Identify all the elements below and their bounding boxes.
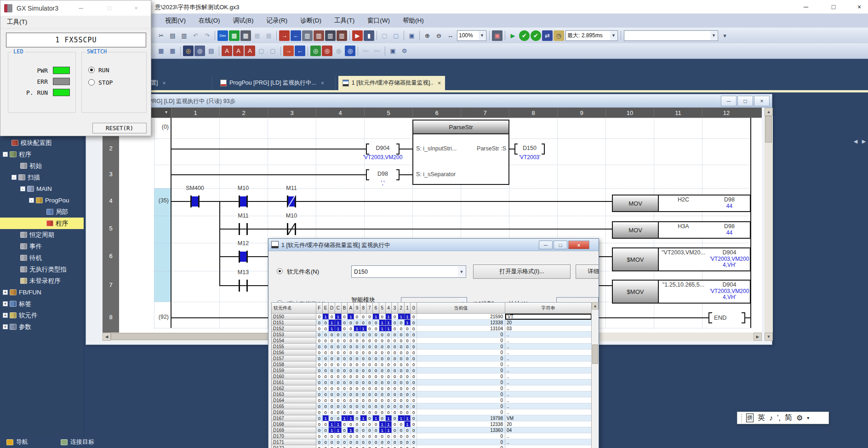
sidebar-item-程序[interactable]: -程序 (0, 149, 84, 160)
column-dropdown-icon[interactable]: ▾ (165, 109, 167, 115)
scroll-right-icon[interactable]: ▶ (754, 333, 762, 341)
tab-scroll-right-icon[interactable]: ▶ (860, 137, 868, 145)
sidebar-item-模块配置图[interactable]: 模块配置图 (0, 137, 84, 149)
check-program-icon[interactable]: ✔ (519, 30, 530, 41)
paste-icon[interactable]: ▥ (179, 30, 189, 41)
cut-icon[interactable]: ✂ (156, 30, 166, 41)
jump-back-icon[interactable]: ← (295, 46, 305, 56)
collapse-icon[interactable]: - (20, 186, 25, 191)
sidebar-item-MAIN[interactable]: -MAIN (0, 183, 84, 195)
instruction-$MOV[interactable]: $MOV"VT2003,VM20...D904'VT2003,VM2004,VH… (612, 247, 751, 271)
table-row-D170[interactable]: D17000000000000000000.. (272, 433, 592, 439)
scan-time-icon[interactable]: ◷ (554, 30, 564, 41)
table-row-D167[interactable]: D167010011010101011019798VM (272, 415, 592, 421)
ime-simplified-icon[interactable]: 简 (785, 413, 792, 423)
window-cascade-icon[interactable]: ▢ (379, 30, 390, 41)
table-row-D154[interactable]: D15400000000000000000.. (272, 338, 592, 344)
collapse-icon[interactable]: - (11, 175, 17, 180)
monitor-dialog-titlebar[interactable]: 1 [软元件/缓冲存储器批量监视] 监视执行中 ─ □ × (268, 239, 599, 251)
restore-icon[interactable]: □ (823, 0, 844, 14)
col-header-bit-D[interactable]: D (329, 303, 335, 314)
sidebar-item-扫描[interactable]: -扫描 (0, 172, 84, 183)
window-left-icon[interactable]: ▢ (256, 46, 267, 56)
capture-icon[interactable]: ▣ (406, 30, 417, 41)
contact-SM400[interactable] (190, 195, 192, 207)
table-row-D158[interactable]: D15800000000000000000.. (272, 362, 592, 368)
simulator-close-icon[interactable]: × (126, 0, 147, 16)
col-header-bit-C[interactable]: C (335, 303, 342, 314)
table-row-D172[interactable]: D17200000000000000000.. (272, 445, 592, 448)
sidebar-item-FB/FUN[interactable]: +FB/FUN (0, 287, 84, 298)
menu-item-2[interactable]: 调试(B) (227, 14, 260, 28)
tab-close-icon[interactable]: × (321, 80, 324, 86)
run-radio[interactable] (88, 67, 95, 73)
monitor-mode-icon[interactable]: ▣ (492, 30, 503, 41)
ghost-monitor2-icon[interactable]: ▦ (263, 30, 274, 41)
dock-icon[interactable]: ▣ (388, 46, 398, 56)
verify-plc-icon[interactable]: ▥ (302, 30, 313, 41)
check-parameter-icon[interactable]: ✔ (531, 30, 541, 41)
monitor-scroll-up-icon[interactable]: ▲ (592, 302, 599, 310)
contact-M12[interactable] (239, 251, 240, 263)
find-red-icon[interactable]: ◎ (322, 46, 332, 56)
sidebar-item-程序[interactable]: 程序 (0, 218, 84, 229)
ime-sound-icon[interactable]: ♪ (769, 414, 773, 422)
collapse-icon[interactable]: - (29, 198, 34, 203)
table-row-D164[interactable]: D16400000000000000000.. (272, 397, 592, 403)
contact-M11[interactable] (239, 223, 240, 235)
ime-punct-icon[interactable]: ’, (777, 414, 781, 422)
menu-item-3[interactable]: 记录(R) (260, 14, 294, 28)
pause-mode-icon[interactable]: ▮ (364, 30, 374, 41)
monitor-vscroll-thumb[interactable] (592, 345, 598, 364)
table-row-D153[interactable]: D15300000000000000000.. (272, 332, 592, 338)
col-header-bit-0[interactable]: 0 (411, 303, 417, 314)
table-row-D156[interactable]: D15600000000000000000.. (272, 350, 592, 356)
instruction-$MOV[interactable]: $MOV"1.25,10.265,5...D904'VT2003,VM2004,… (612, 280, 751, 304)
col-header-device-name[interactable]: 软元件名 (272, 303, 316, 314)
collapse-icon[interactable]: - (3, 152, 8, 157)
col-header-string[interactable]: 字符串 (505, 303, 592, 314)
menu-item-4[interactable]: 诊断(D) (294, 14, 328, 28)
contact-M13[interactable] (246, 280, 248, 292)
sidebar-item-软元件[interactable]: +软元件 (0, 310, 84, 321)
vscroll-thumb[interactable] (765, 116, 772, 143)
col-header-bit-6[interactable]: 6 (373, 303, 379, 314)
table-row-D160[interactable]: D16000000000000000000.. (272, 373, 592, 379)
sidebar-item-恒定周期[interactable]: 恒定周期 (0, 229, 84, 241)
tab-close-icon[interactable]: × (438, 80, 441, 86)
simulator-menu-tools[interactable]: 工具(T) (7, 18, 27, 26)
label-inline-icon[interactable]: A (222, 46, 232, 56)
sidebar-item-ProgPou[interactable]: -ProgPou (0, 195, 84, 206)
contact-M10[interactable] (295, 223, 296, 235)
ladder-window-titlebar[interactable]: ProgPou [PRG] [LD] 监视执行中 (只读) 93步 ─ □ × (86, 94, 772, 108)
sidebar-item-未登录程序[interactable]: 未登录程序 (0, 275, 84, 287)
stop-radio[interactable] (88, 79, 95, 86)
col-header-bit-9[interactable]: 9 (354, 303, 360, 314)
read-from-plc-icon[interactable]: ← (291, 30, 301, 41)
table-row-D152[interactable]: D15200110011001100001310403 (272, 326, 592, 332)
undo-icon[interactable]: ↶ (190, 30, 201, 41)
chevron-down-icon[interactable]: ▼ (710, 31, 717, 40)
table-row-D168[interactable]: D16800110000001100101233820 (272, 421, 592, 427)
table-row-D157[interactable]: D15700000000000000000.. (272, 356, 592, 362)
contact-M13[interactable] (239, 280, 240, 292)
operand-D904[interactable]: D904 (368, 145, 398, 152)
expand-icon[interactable]: + (3, 290, 8, 295)
scroll-up-icon[interactable]: ▲ (765, 108, 773, 116)
sidebar-item-待机[interactable]: 待机 (0, 252, 84, 264)
contact-M10[interactable] (239, 195, 240, 207)
device-display-icon[interactable]: Dev (217, 30, 228, 41)
monitor-restore-icon[interactable]: □ (554, 241, 567, 249)
combo-more-icon[interactable]: ▾ (720, 30, 730, 41)
minimize-icon[interactable]: ─ (795, 0, 817, 14)
find-green-icon[interactable]: ◎ (310, 46, 321, 56)
monitor-stop-icon[interactable]: ▥ (337, 30, 347, 41)
operand-D98[interactable]: D98 (368, 171, 398, 178)
menu-item-1[interactable]: 在线(O) (192, 14, 227, 28)
tab-scroll-left-icon[interactable]: ◀ (852, 137, 859, 145)
table-row-D151[interactable]: D15100110000001100101233820 (272, 320, 592, 326)
entry-monitor-icon[interactable]: ▦ (240, 30, 251, 41)
monitor-table-vscrollbar[interactable]: ▲ (591, 302, 599, 448)
convert-icon[interactable]: ▦ (167, 46, 178, 56)
reset-button[interactable]: RESET(R) (92, 123, 147, 133)
